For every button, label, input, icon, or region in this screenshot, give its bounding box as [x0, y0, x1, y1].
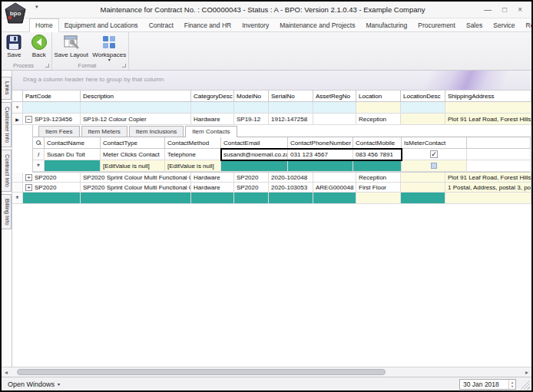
ribbon-tab-finance-and-hr[interactable]: Finance and HR: [179, 19, 237, 31]
group-by-panel[interactable]: Drag a column header here to group by th…: [12, 71, 531, 91]
new-cell-contactphonenumber[interactable]: [288, 160, 353, 172]
filter-cell-shippingaddress[interactable]: [445, 102, 531, 114]
cell-serialno[interactable]: 2020-102048: [269, 173, 313, 183]
filter-cell-locationdesc[interactable]: [401, 102, 445, 114]
cell-modelno[interactable]: SP2020: [234, 183, 269, 193]
cell-contactphonenumber[interactable]: 031 123 4567: [288, 149, 353, 160]
scroll-left-icon[interactable]: ◂: [2, 369, 11, 376]
cell-locationdesc[interactable]: [401, 183, 445, 193]
column-header-assetregno[interactable]: AssetRegNo: [313, 91, 356, 102]
date-spinner[interactable]: ▲ ▼: [508, 380, 515, 389]
save-button[interactable]: Save: [2, 34, 27, 58]
tab-item-fees[interactable]: Item Fees: [38, 126, 80, 137]
close-button[interactable]: ×: [518, 5, 522, 14]
column-header-contactmethod[interactable]: ContactMethod: [165, 137, 221, 149]
ismetercontact-checkbox[interactable]: ✓: [430, 150, 438, 158]
cell-modelno[interactable]: SP19-12: [234, 114, 269, 125]
cell-contacttype[interactable]: Meter Clicks Contact: [101, 149, 165, 160]
ismetercontact-new-checkbox[interactable]: [431, 163, 437, 169]
workspaces-button[interactable]: Workspaces ▾: [91, 34, 127, 61]
cell-locationdesc[interactable]: [401, 173, 445, 183]
column-header-description[interactable]: Description: [81, 91, 191, 102]
minimize-button[interactable]: —: [484, 5, 492, 14]
cell-description[interactable]: SP2020 Sprint Colour Multi Functional Co…: [81, 173, 191, 183]
cell-assetregno[interactable]: AREG000048: [313, 183, 356, 193]
side-tab-customer-info[interactable]: Customer Info: [2, 102, 12, 147]
filter-cell-modelno[interactable]: [234, 102, 269, 114]
ribbon-tab-home[interactable]: Home: [29, 18, 59, 32]
new-cell-contactname[interactable]: [45, 160, 101, 172]
scroll-right-icon[interactable]: ▸: [522, 369, 531, 376]
quick-access-dropdown-icon[interactable]: ▾: [35, 4, 38, 10]
ribbon-tab-manufacturing[interactable]: Manufacturing: [360, 19, 412, 31]
new-cell-location[interactable]: [356, 193, 401, 204]
cell-contactname[interactable]: Susan Du Toit: [45, 149, 101, 160]
cell-categorydesc[interactable]: Hardware: [191, 183, 234, 193]
column-header-partcode[interactable]: PartCode: [23, 91, 81, 102]
tab-item-inclusions[interactable]: Item Inclusions: [129, 126, 184, 137]
cell-assetregno[interactable]: [313, 173, 356, 183]
column-header-ismetercontact[interactable]: IsMeterContact: [402, 137, 467, 149]
filter-cell-partcode[interactable]: [23, 102, 81, 114]
cell-categorydesc[interactable]: Hardware: [191, 114, 234, 125]
new-cell-assetregno[interactable]: [313, 193, 356, 204]
filter-cell-serialno[interactable]: [269, 102, 313, 114]
ribbon-tab-equipment-and-locations[interactable]: Equipment and Locations: [59, 19, 144, 31]
cell-partcode[interactable]: +SP2020: [23, 173, 81, 183]
cell-shippingaddress[interactable]: Plot 91 Leaf Road, Forest Hills,...: [445, 173, 531, 183]
cell-shippingaddress[interactable]: Plot 91 Leaf Road, Forest Hills,...: [445, 114, 531, 125]
ribbon-tab-maintenance-and-projects[interactable]: Maintenance and Projects: [274, 19, 360, 31]
new-cell-description[interactable]: [81, 193, 191, 204]
cell-location[interactable]: Reception: [356, 173, 401, 183]
column-header-contactname[interactable]: ContactName: [45, 137, 101, 149]
dialog-launcher-icon[interactable]: [122, 64, 126, 68]
ribbon-tab-contract[interactable]: Contract: [144, 19, 179, 31]
search-icon[interactable]: [36, 140, 41, 146]
ribbon-tab-reporting[interactable]: Reporting: [521, 19, 533, 31]
column-header-contactemail[interactable]: ContactEmail: [221, 137, 288, 149]
filter-cell-assetregno[interactable]: [313, 102, 356, 114]
column-header-locationdesc[interactable]: LocationDesc: [401, 91, 445, 102]
column-header-serialno[interactable]: SerialNo: [269, 91, 313, 102]
cell-modelno[interactable]: SP2020: [234, 173, 269, 183]
filter-cell-categorydesc[interactable]: [191, 102, 234, 114]
new-cell-contacttype[interactable]: [EditValue is null]: [101, 160, 165, 172]
cell-categorydesc[interactable]: Hardware: [191, 173, 234, 183]
save-layout-button[interactable]: Save Layout: [53, 34, 90, 58]
resize-grip[interactable]: [519, 379, 530, 390]
dialog-launcher-icon[interactable]: [45, 64, 49, 68]
column-header-contacttype[interactable]: ContactType: [101, 137, 165, 149]
expand-icon[interactable]: +: [25, 174, 32, 181]
open-windows-menu[interactable]: Open Windows ▾: [2, 380, 60, 388]
column-header-shippingaddress[interactable]: ShippingAddress: [445, 91, 531, 102]
ribbon-tab-sales[interactable]: Sales: [461, 19, 488, 31]
cell-locationdesc[interactable]: [401, 114, 445, 125]
cell-partcode[interactable]: +SP2020: [23, 183, 81, 193]
column-header-categorydesc[interactable]: CategoryDesc: [191, 91, 234, 102]
cell-serialno[interactable]: 1912-147258: [269, 114, 313, 125]
side-tab-contract-info[interactable]: Contract Info: [2, 150, 12, 192]
cell-contactmobile[interactable]: 083 456 7891: [353, 149, 402, 160]
new-cell-categorydesc[interactable]: [191, 193, 234, 204]
cell-partcode[interactable]: −SP19-123456: [23, 114, 81, 125]
new-cell-partcode[interactable]: [23, 193, 81, 204]
cell-assetregno[interactable]: [313, 114, 356, 125]
new-cell-modelno[interactable]: [234, 193, 269, 204]
column-header-location[interactable]: Location: [356, 91, 401, 102]
scrollbar-track[interactable]: [11, 367, 522, 377]
new-cell-contactemail[interactable]: [221, 160, 288, 172]
new-cell-contactmethod[interactable]: [EditValue is null]: [165, 160, 221, 172]
cell-description[interactable]: SP19-12 Colour Copier: [81, 114, 191, 125]
column-header-modelno[interactable]: ModelNo: [234, 91, 269, 102]
column-header-contactmobile[interactable]: ContactMobile: [353, 137, 402, 149]
scrollbar-thumb[interactable]: [17, 369, 386, 375]
date-editor[interactable]: 30 Jan 2018 ▲ ▼: [459, 379, 516, 390]
expand-icon[interactable]: +: [25, 184, 32, 191]
ribbon-tab-procurement[interactable]: Procurement: [412, 19, 461, 31]
new-cell-serialno[interactable]: [269, 193, 313, 204]
cell-location[interactable]: First Floor: [356, 183, 401, 193]
spin-down-icon[interactable]: ▼: [511, 384, 514, 388]
filter-cell-location[interactable]: [356, 102, 401, 114]
cell-location[interactable]: Reception: [356, 114, 401, 125]
new-cell-shippingaddress[interactable]: [445, 193, 531, 204]
